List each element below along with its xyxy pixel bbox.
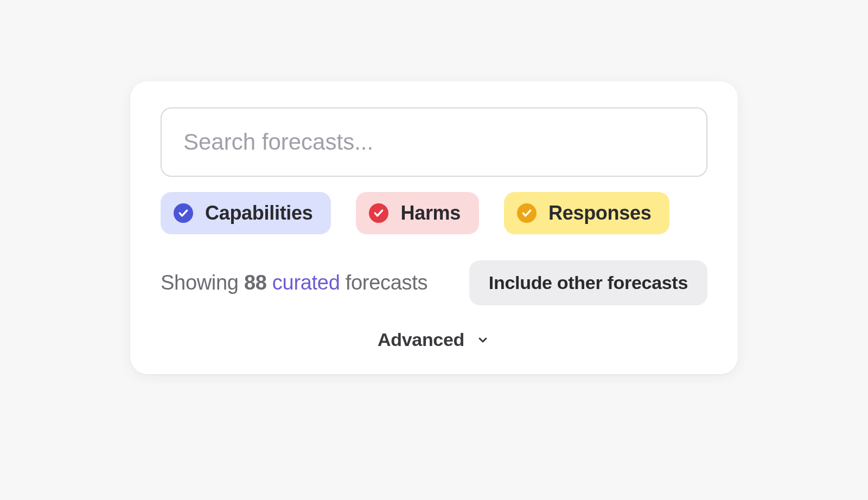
filter-chip-capabilities[interactable]: Capabilities xyxy=(161,192,331,234)
forecast-count: 88 xyxy=(244,271,267,294)
filter-row: Capabilities Harms Responses xyxy=(161,192,707,234)
filter-chip-responses[interactable]: Responses xyxy=(504,192,669,234)
include-other-forecasts-button[interactable]: Include other forecasts xyxy=(469,260,707,305)
chevron-down-icon xyxy=(475,332,490,348)
advanced-label: Advanced xyxy=(378,329,464,350)
filter-label: Harms xyxy=(400,202,461,225)
filter-label: Capabilities xyxy=(205,202,312,225)
curated-word: curated xyxy=(267,271,346,294)
check-icon xyxy=(369,203,388,223)
advanced-toggle[interactable]: Advanced xyxy=(161,329,707,350)
search-input[interactable] xyxy=(161,107,707,177)
filter-label: Responses xyxy=(548,202,651,225)
status-row: Showing 88 curated forecasts Include oth… xyxy=(161,260,707,305)
check-icon xyxy=(174,203,193,223)
check-icon xyxy=(517,203,537,223)
search-filter-card: Capabilities Harms Responses Showing 88 … xyxy=(130,81,738,374)
status-suffix: forecasts xyxy=(346,271,427,294)
filter-chip-harms[interactable]: Harms xyxy=(356,192,479,234)
status-prefix: Showing xyxy=(161,271,244,294)
status-text: Showing 88 curated forecasts xyxy=(161,271,427,294)
